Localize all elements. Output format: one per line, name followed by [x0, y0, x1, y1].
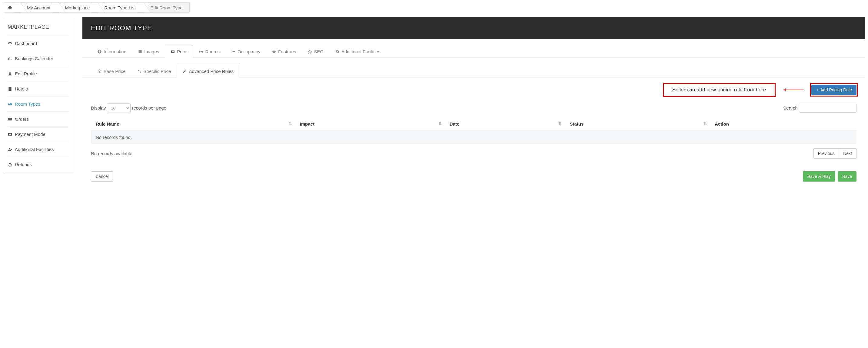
table-info: No records available: [91, 151, 132, 156]
tab-label: Price: [177, 49, 187, 54]
gears-icon: [137, 69, 142, 73]
col-date[interactable]: Date: [445, 118, 565, 131]
add-pricing-rule-button[interactable]: Add Pricing Rule: [811, 85, 857, 95]
cancel-button[interactable]: Cancel: [91, 171, 113, 181]
tab-rooms[interactable]: Rooms: [193, 45, 225, 58]
sidebar-item-room-types[interactable]: Room Types: [7, 97, 69, 112]
sidebar: MARKETPLACE Dashboard Bookings Calender …: [3, 17, 73, 173]
subtab-specific-price[interactable]: Specific Price: [131, 65, 177, 77]
tab-label: Occupancy: [238, 49, 260, 54]
sidebar-item-label: Bookings Calender: [15, 56, 53, 61]
bed-icon: [231, 49, 236, 54]
user-plus-icon: [7, 147, 12, 152]
per-page-control: Display 10 records per page: [91, 104, 166, 113]
subtab-label: Advanced Price Rules: [189, 69, 234, 74]
next-button[interactable]: Next: [839, 148, 857, 159]
sidebar-item-label: Dashboard: [15, 41, 37, 46]
sidebar-item-label: Edit Profile: [15, 71, 37, 76]
save-button[interactable]: Save: [838, 171, 857, 181]
prev-button[interactable]: Previous: [813, 148, 839, 159]
search-input[interactable]: [799, 104, 857, 112]
star-outline-icon: [308, 49, 312, 54]
subtab-base-price[interactable]: Base Price: [92, 65, 131, 77]
button-label: Add Pricing Rule: [820, 88, 852, 92]
col-rule-name[interactable]: Rule Name: [91, 118, 295, 131]
sidebar-item-label: Payment Mode: [15, 132, 45, 137]
dashboard-icon: [7, 41, 12, 46]
sidebar-item-label: Refunds: [15, 162, 32, 167]
tab-additional-facilities[interactable]: Additional Facilities: [329, 45, 386, 58]
card-icon: [7, 117, 12, 121]
tab-seo[interactable]: SEO: [302, 45, 329, 58]
sidebar-item-hotels[interactable]: Hotels: [7, 81, 69, 97]
breadcrumb-current: Edit Room Type: [143, 3, 189, 12]
sidebar-item-dashboard[interactable]: Dashboard: [7, 36, 69, 51]
sidebar-item-facilities[interactable]: Additional Facilities: [7, 142, 69, 157]
sidebar-item-payment[interactable]: Payment Mode: [7, 127, 69, 142]
col-action: Action: [710, 118, 857, 131]
col-impact[interactable]: Impact: [295, 118, 445, 131]
breadcrumb-item[interactable]: My Account: [19, 3, 57, 12]
tab-label: Information: [104, 49, 126, 54]
subtab-bar: Base Price Specific Price Advanced Price…: [83, 65, 865, 77]
breadcrumb-item[interactable]: Marketplace: [57, 3, 97, 12]
annotation-arrow: [783, 90, 804, 90]
save-stay-button[interactable]: Save & Stay: [803, 171, 835, 181]
tab-images[interactable]: Images: [132, 45, 165, 58]
table-empty-row: No records found.: [91, 131, 857, 144]
page-title: EDIT ROOM TYPE: [83, 17, 865, 39]
refresh-icon: [7, 162, 12, 167]
annotation-callout: Seller can add new pricing rule from her…: [663, 83, 776, 97]
tab-bar: Information Images Price Rooms Occupancy: [83, 45, 865, 58]
gear-icon: [97, 69, 102, 73]
info-icon: [97, 49, 102, 54]
subtab-label: Base Price: [104, 69, 126, 74]
search-label: Search: [783, 105, 798, 110]
table-header-row: Rule Name Impact Date Status Action: [91, 118, 857, 131]
sidebar-item-refunds[interactable]: Refunds: [7, 157, 69, 172]
tab-label: SEO: [314, 49, 323, 54]
gear-icon: [335, 49, 340, 54]
breadcrumb-home[interactable]: [3, 3, 19, 12]
sidebar-item-label: Additional Facilities: [15, 147, 54, 152]
sidebar-title: MARKETPLACE: [7, 19, 69, 36]
svg-rect-2: [99, 50, 100, 51]
building-icon: [7, 86, 12, 92]
rules-table: Rule Name Impact Date Status Action No r…: [91, 118, 857, 144]
svg-point-3: [99, 71, 100, 72]
svg-point-5: [140, 71, 141, 73]
per-page-select[interactable]: 10: [107, 104, 131, 113]
sidebar-item-bookings[interactable]: Bookings Calender: [7, 51, 69, 66]
svg-point-4: [138, 70, 140, 71]
tab-price[interactable]: Price: [165, 45, 193, 58]
main-panel: EDIT ROOM TYPE Information Images Price: [83, 17, 865, 187]
user-icon: [7, 71, 12, 76]
sidebar-item-orders[interactable]: Orders: [7, 112, 69, 127]
star-icon: [272, 49, 276, 54]
tab-label: Additional Facilities: [341, 49, 380, 54]
home-icon: [7, 5, 12, 10]
tab-label: Images: [144, 49, 159, 54]
breadcrumb: My Account Marketplace Room Type List Ed…: [3, 2, 190, 13]
bed-icon: [199, 49, 203, 54]
image-icon: [138, 49, 143, 54]
search-control: Search: [783, 104, 857, 112]
plus-icon: [816, 88, 819, 92]
display-label: Display: [91, 105, 106, 110]
empty-message: No records found.: [91, 131, 857, 144]
display-label-post: records per page: [132, 105, 166, 110]
subtab-advanced-rules[interactable]: Advanced Price Rules: [177, 65, 239, 77]
bed-icon: [7, 102, 12, 106]
sidebar-item-label: Hotels: [15, 86, 28, 92]
money-icon: [7, 132, 12, 137]
tab-label: Rooms: [205, 49, 220, 54]
sidebar-item-profile[interactable]: Edit Profile: [7, 66, 69, 81]
tab-occupancy[interactable]: Occupancy: [225, 45, 266, 58]
col-status[interactable]: Status: [565, 118, 710, 131]
tab-features[interactable]: Features: [266, 45, 302, 58]
tab-information[interactable]: Information: [92, 45, 132, 58]
breadcrumb-item[interactable]: Room Type List: [96, 3, 143, 12]
sidebar-item-label: Orders: [15, 116, 29, 121]
sidebar-item-label: Room Types: [15, 101, 40, 106]
chart-icon: [7, 56, 12, 61]
